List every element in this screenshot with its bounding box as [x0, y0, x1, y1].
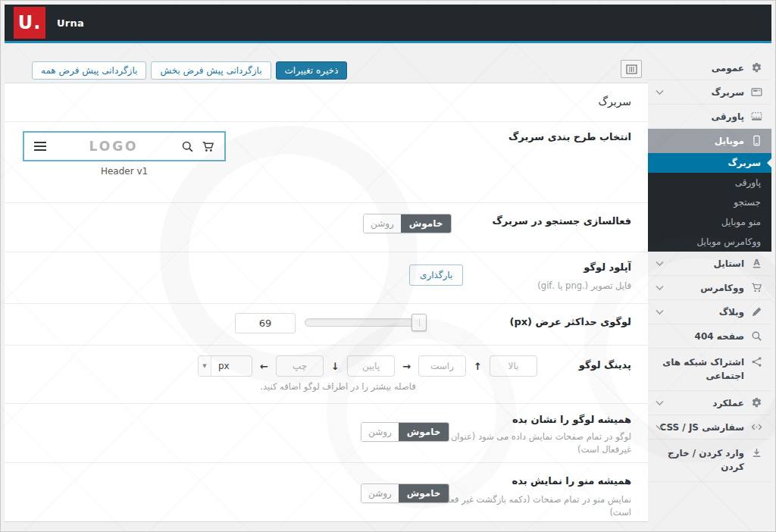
- sidebar-item-label: ووکامرس: [700, 283, 744, 293]
- arrow-down-icon: ↓: [330, 361, 340, 372]
- field-label: پدینگ لوگو: [579, 359, 631, 371]
- submenu-item-label: منو موبایل: [721, 217, 761, 227]
- unit-select[interactable]: ▼ px: [198, 355, 252, 377]
- search-404-icon: [750, 330, 762, 343]
- import-export-icon: [750, 446, 762, 458]
- sidebar-item-mobile[interactable]: موبایل: [648, 129, 771, 153]
- brand-title: Urna: [57, 17, 84, 29]
- field-label: همیشه منو را نمایش بده: [512, 475, 632, 487]
- padding-top-input[interactable]: [490, 355, 537, 377]
- page: U. Urna عمومی سربرگ: [0, 0, 776, 532]
- field-description: فایل تصویر (.png یا .gif): [537, 280, 631, 293]
- svg-text:A: A: [753, 258, 759, 267]
- field-label: انتخاب طرح بندی سربرگ: [508, 131, 631, 142]
- save-changes-button[interactable]: ذخیره تغییرات: [276, 61, 348, 80]
- padding-bottom-input[interactable]: [347, 355, 395, 377]
- field-row-header-layout: انتخاب طرح بندی سربرگ LOGO Header: [5, 121, 648, 202]
- field-row-always-show-logo: همیشه لوگو را نشان بده لوگو در تمام صفحا…: [5, 403, 648, 462]
- submenu-item-mobile-menu[interactable]: منو موبایل: [648, 212, 771, 232]
- menu-icon: [34, 142, 46, 151]
- field-description: فاصله بیشتر را در اطراف لوگو اضافه کنید.: [186, 381, 490, 392]
- header-search-toggle[interactable]: خاموش روشن: [363, 214, 452, 233]
- arrow-right-icon: →: [402, 361, 411, 372]
- sidebar-item-custom-css-js[interactable]: سفارشی CSS / JS: [648, 415, 771, 440]
- sidebar-item-social-share[interactable]: اشتراک شبکه های اجتماعی: [648, 349, 771, 391]
- chevron-down-icon: [656, 89, 664, 95]
- sidebar-item-label: موبایل: [715, 136, 744, 146]
- field-label: فعالسازی جستجو در سربرگ: [493, 215, 631, 227]
- mobile-submenu: سربرگ پاورقی جستجو منو موبایل ووکامرس مو…: [648, 153, 771, 252]
- sidebar-item-woocommerce[interactable]: ووکامرس: [648, 276, 771, 300]
- toggle-on-option[interactable]: روشن: [361, 484, 399, 502]
- always-show-menu-toggle[interactable]: خاموش روشن: [361, 483, 449, 503]
- always-show-logo-toggle[interactable]: خاموش روشن: [361, 422, 449, 442]
- logo-width-input[interactable]: [235, 313, 296, 333]
- submenu-item-footer[interactable]: پاورقی: [648, 173, 771, 192]
- sidebar-item-label: سربرگ: [711, 87, 744, 98]
- settings-sidebar: عمومی سربرگ پاورقی: [648, 43, 771, 527]
- reset-all-button[interactable]: بازگردانی پیش فرض همه: [32, 61, 146, 80]
- field-description: نمایش منو در تمام صفحات (دکمه بازگشت غیر…: [430, 493, 631, 519]
- sidebar-item-label: سفارشی CSS / JS: [659, 422, 744, 433]
- submenu-item-header[interactable]: سربرگ: [648, 153, 771, 173]
- action-toolbar: بازگردانی پیش فرض همه بازگردانی پیش فرض …: [5, 43, 648, 83]
- sidebar-item-header[interactable]: سربرگ: [648, 80, 771, 105]
- cart-icon: [750, 282, 762, 294]
- toggle-on-option[interactable]: روشن: [361, 423, 399, 441]
- site-logo[interactable]: U.: [14, 7, 45, 39]
- main-content: بازگردانی پیش فرض همه بازگردانی پیش فرض …: [5, 43, 648, 527]
- panel-layout-toggle-button[interactable]: [621, 60, 642, 78]
- upload-logo-button[interactable]: بارگذاری: [409, 264, 463, 286]
- workspace: عمومی سربرگ پاورقی: [5, 43, 771, 527]
- share-icon: [750, 355, 762, 368]
- padding-right-input[interactable]: [418, 355, 466, 377]
- settings-panel: سربرگ انتخاب طرح بندی سربرگ LOGO: [5, 83, 648, 522]
- toggle-off-option[interactable]: خاموش: [399, 484, 449, 502]
- chevron-down-icon: [656, 309, 664, 315]
- submenu-item-label: جستجو: [734, 197, 761, 208]
- submenu-item-label: ووکامرس موبایل: [696, 236, 761, 247]
- chevron-down-icon: [656, 424, 664, 430]
- toggle-on-option[interactable]: روشن: [364, 214, 401, 233]
- sidebar-item-performance[interactable]: عملکرد: [648, 391, 771, 415]
- panel-title: سربرگ: [5, 83, 648, 121]
- topbar: U. Urna: [5, 5, 771, 41]
- field-label: همیشه لوگو را نشان بده: [512, 414, 631, 425]
- submenu-item-label: سربرگ: [728, 158, 761, 168]
- sidebar-item-404-page[interactable]: صفحه 404: [648, 324, 771, 349]
- padding-left-input[interactable]: [276, 355, 324, 377]
- field-row-logo-padding: پدینگ لوگو ▼ px ← ↓ → ↑: [5, 345, 648, 403]
- arrow-up-icon: ↑: [473, 361, 483, 372]
- performance-gear-icon: [750, 397, 762, 409]
- chevron-down-icon: ▼: [199, 356, 211, 376]
- submenu-item-mobile-woocommerce[interactable]: ووکامرس موبایل: [648, 232, 771, 252]
- sidebar-item-style[interactable]: A استایل: [648, 252, 771, 276]
- gear-icon: [750, 62, 762, 74]
- sidebar-item-label: عمومی: [712, 63, 744, 74]
- toggle-off-option[interactable]: خاموش: [399, 423, 449, 441]
- toggle-off-option[interactable]: خاموش: [401, 214, 452, 233]
- sidebar-item-label: وبلاگ: [719, 307, 744, 318]
- sidebar-item-import-export[interactable]: وارد کردن / خارج کردن: [648, 440, 771, 482]
- header-layout-option-v1[interactable]: LOGO: [23, 131, 226, 161]
- sidebar-item-footer[interactable]: پاورقی: [648, 105, 771, 129]
- field-label: لوگوی حداکثر عرض (px): [509, 316, 631, 327]
- sidebar-item-general[interactable]: عمومی: [648, 56, 771, 80]
- sidebar-item-label: وارد کردن / خارج کردن: [657, 446, 744, 474]
- reset-section-button[interactable]: بازگردانی پیش فرض بخش: [151, 61, 271, 80]
- search-icon: [181, 140, 194, 153]
- sidebar-item-label: صفحه 404: [695, 331, 744, 342]
- submenu-item-search[interactable]: جستجو: [648, 192, 771, 212]
- chevron-down-icon: [656, 261, 664, 267]
- smartphone-icon: [750, 135, 762, 147]
- sidebar-item-blog[interactable]: وبلاگ: [648, 300, 771, 324]
- pencil-icon: [750, 306, 762, 318]
- layout-caption: Header v1: [23, 166, 226, 177]
- sidebar-item-label: اشتراک شبکه های اجتماعی: [657, 355, 744, 383]
- layout-grid-icon: [626, 64, 637, 74]
- field-row-logo-upload: آپلود لوگو فایل تصویر (.png یا .gif) بار…: [5, 252, 648, 303]
- slider-handle[interactable]: [411, 314, 427, 331]
- logo-width-slider[interactable]: [305, 318, 421, 327]
- chevron-down-icon: [656, 400, 664, 406]
- cart-icon: [202, 140, 214, 153]
